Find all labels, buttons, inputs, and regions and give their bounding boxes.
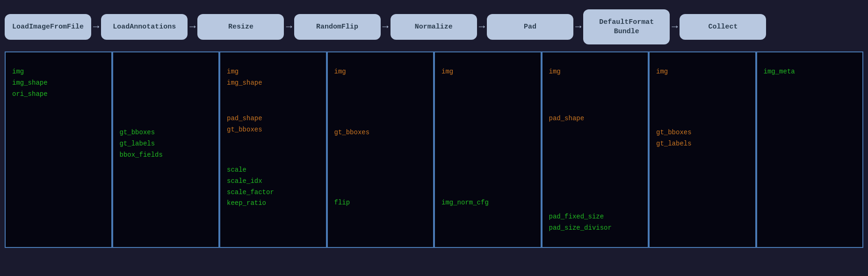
panel-resize: imgimg_shapepad_shapegt_bboxesscalescale… [219, 51, 327, 248]
pipeline-node-load-image[interactable]: LoadImageFromFile [5, 14, 91, 40]
field-pad-shape: pad_shape [549, 113, 585, 124]
field-img-shape: img_shape [227, 78, 262, 89]
field-group: pad_shapegt_bboxes [227, 113, 262, 136]
field-gt-labels: gt_labels [656, 138, 692, 150]
field-group: scalescale_idxscale_factorkeep_ratio [227, 165, 274, 209]
field-pad-size-divisor: pad_size_divisor [549, 223, 612, 234]
pipeline-node-normalize[interactable]: Normalize [391, 14, 477, 40]
field-img-shape: img_shape [12, 78, 48, 89]
pipeline-arrow: → [670, 21, 680, 33]
panel-load-annotations: gt_bboxesgt_labelsbbox_fields [112, 51, 220, 248]
field-group: gt_bboxesgt_labels [656, 127, 692, 150]
pipeline-arrow: → [477, 21, 487, 33]
field-group: imgimg_shape [227, 66, 262, 89]
field-img-norm-cfg: img_norm_cfg [441, 197, 489, 209]
field-scale-factor: scale_factor [227, 187, 274, 198]
panel-load-image: imgimg_shapeori_shape [5, 51, 112, 248]
field-img: img [334, 66, 346, 78]
panel-normalize: imgimg_norm_cfg [434, 51, 542, 248]
field-group: flip [334, 197, 350, 209]
field-group: img [441, 66, 453, 78]
panel-random-flip: imggt_bboxesflip [327, 51, 434, 248]
field-flip: flip [334, 197, 350, 209]
field-group: pad_shape [549, 113, 585, 124]
field-keep-ratio: keep_ratio [227, 198, 274, 209]
field-img: img [656, 66, 668, 78]
field-img: img [441, 66, 453, 78]
field-img: img [12, 66, 48, 78]
field-img: img [549, 66, 561, 78]
pipeline-node-resize[interactable]: Resize [197, 14, 284, 40]
field-gt-bboxes: gt_bboxes [656, 127, 692, 138]
pipeline-arrow: → [284, 21, 294, 33]
pipeline-arrow: → [188, 21, 197, 33]
pipeline-node-default-format-bundle[interactable]: DefaultFormat Bundle [583, 9, 670, 44]
field-img: img [227, 66, 262, 78]
field-scale: scale [227, 165, 274, 176]
pipeline-node-collect[interactable]: Collect [680, 14, 766, 40]
field-group: gt_bboxes [334, 127, 370, 138]
field-group: imgimg_shapeori_shape [12, 66, 48, 100]
pipeline-node-random-flip[interactable]: RandomFlip [294, 14, 381, 40]
panel-pad: imgpad_shapepad_fixed_sizepad_size_divis… [542, 51, 649, 248]
pipeline-node-pad[interactable]: Pad [487, 14, 573, 40]
field-group: pad_fixed_sizepad_size_divisor [549, 211, 612, 234]
panels-row: imgimg_shapeori_shapegt_bboxesgt_labelsb… [5, 51, 863, 248]
nodes-row: LoadImageFromFile→LoadAnnotations→Resize… [5, 9, 863, 51]
field-gt-bboxes: gt_bboxes [120, 127, 163, 138]
panel-collect: img_meta [756, 51, 864, 248]
field-group: img [656, 66, 668, 78]
field-gt-bboxes: gt_bboxes [227, 124, 262, 136]
pipeline-arrow: → [573, 21, 583, 33]
field-group: img [549, 66, 561, 78]
field-group: gt_bboxesgt_labelsbbox_fields [120, 127, 163, 160]
pipeline-container: LoadImageFromFile→LoadAnnotations→Resize… [0, 0, 868, 253]
field-gt-bboxes: gt_bboxes [334, 127, 370, 138]
field-ori-shape: ori_shape [12, 89, 48, 100]
field-group: img [334, 66, 346, 78]
field-group: img_norm_cfg [441, 197, 489, 209]
pipeline-arrow: → [381, 21, 391, 33]
field-bbox-fields: bbox_fields [120, 150, 163, 161]
field-gt-labels: gt_labels [120, 138, 163, 150]
field-scale-idx: scale_idx [227, 176, 274, 187]
panel-default-format-bundle: imggt_bboxesgt_labels [649, 51, 756, 248]
pipeline-node-load-annotations[interactable]: LoadAnnotations [101, 14, 188, 40]
field-img-meta: img_meta [764, 66, 795, 78]
pipeline-arrow: → [91, 21, 101, 33]
field-group: img_meta [764, 66, 795, 78]
field-pad-fixed-size: pad_fixed_size [549, 211, 612, 223]
field-pad-shape: pad_shape [227, 113, 262, 124]
